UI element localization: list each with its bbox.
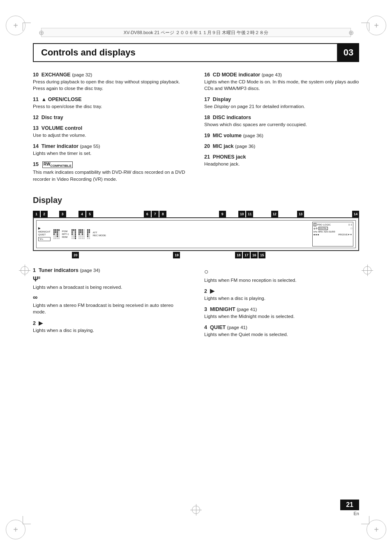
psi-body: Lights when a broadcast is being receive…	[33, 284, 188, 290]
num-group-18-15: 18 17 16 15	[235, 252, 265, 258]
diag-play-arrow: ▶	[38, 227, 51, 230]
item-19-title: 19 MIC volume (page 36)	[204, 133, 359, 138]
item-20-title: 20 MIC jack (page 36)	[204, 143, 359, 149]
page-header: Controls and displays 03	[33, 43, 359, 62]
right-crosshair	[363, 266, 371, 274]
diag-att: ATT	[93, 231, 106, 234]
num-badge-1: 1	[33, 211, 40, 217]
crop-mark-tl	[23, 23, 31, 31]
num-badge-17: 17	[243, 252, 250, 258]
num-badge-20: 20	[72, 252, 79, 258]
left-column: 10 EXCHANGE (page 32) Press during playb…	[33, 72, 188, 187]
header-title-box: Controls and displays	[33, 43, 338, 62]
num-badge-13: 13	[297, 211, 304, 217]
diag-left-indicators: ▶ MIDNIGHT QUIET Ψ∞	[38, 227, 51, 241]
item-14-body: Lights when the timer is set.	[33, 150, 188, 157]
diag-rec-mode: REC MODE	[93, 234, 106, 237]
sub-right: ○ Lights when FM mono reception is selec…	[204, 267, 359, 343]
diag-speaker-icon: ≡	[348, 223, 350, 226]
num-group-19: 19	[173, 252, 180, 258]
sub-fm-mono: ○ Lights when FM mono reception is selec…	[204, 267, 359, 283]
diag-seg	[53, 229, 55, 231]
items-two-col: 10 EXCHANGE (page 32) Press during playb…	[33, 72, 359, 187]
diag-seg-col-3	[57, 229, 58, 239]
sub-item-4: 4 QUIET (page 41) Lights when the Quiet …	[204, 325, 359, 338]
diag-arrows: ▼▼	[348, 233, 352, 236]
infinity-body: Lights when a stereo FM broadcast is bei…	[33, 302, 188, 315]
num-badge-10: 10	[238, 211, 245, 217]
crop-mark-tr	[361, 23, 369, 31]
num-group-13: 13	[297, 211, 304, 217]
sub-item-2: 2 ▶ Lights when a disc is playing.	[33, 320, 188, 334]
diag-seg-col-2	[55, 229, 56, 239]
diag-seg	[53, 233, 55, 235]
item-18: 18 DISC indicators Shows which disc spac…	[204, 115, 359, 128]
num-badge-8: 8	[159, 211, 166, 217]
sub-3-title: 3 MIDNIGHT (page 41)	[204, 306, 359, 312]
sub-2b-body: Lights when a disc is playing.	[204, 295, 359, 302]
sub-3-body: Lights when the Midnight mode is selecte…	[204, 313, 359, 320]
diag-seg	[55, 233, 56, 235]
diag-seg	[58, 231, 60, 233]
diag-prgsve: PRGSVE	[338, 233, 348, 236]
sub-item-3: 3 MIDNIGHT (page 41) Lights when the Mid…	[204, 306, 359, 320]
bottom-center-mark	[192, 506, 200, 514]
num-badge-2: 2	[41, 211, 48, 217]
item-20: 20 MIC jack (page 36)	[204, 143, 359, 149]
diag-seg	[57, 231, 58, 233]
diag-seg-group-2	[71, 229, 76, 239]
diag-prgsve-row: ■ ■ ■ PRGSVE ▼▼	[314, 233, 352, 236]
sub-items-area: 1 Tuner indicators (page 34) ΨII Lights …	[33, 267, 359, 343]
sub-2-title: 2 ▶	[33, 320, 188, 326]
corner-mark-br	[367, 520, 386, 539]
diag-seg	[58, 229, 60, 231]
num-badge-12: 12	[271, 211, 278, 217]
item-11-title: 11 ▲ OPEN/CLOSE	[33, 97, 188, 102]
item-11-body: Press to open/close the disc tray.	[33, 103, 188, 110]
diag-pro-logic: PRO LOGIC	[317, 223, 331, 226]
item-17-body: See Display on page 21 for detailed info…	[204, 103, 359, 110]
item-15-body: This mark indicates compatibility with D…	[33, 169, 188, 182]
item-12: 12 Disc tray	[33, 115, 188, 120]
sub-item-3-wrap: 2 ▶ Lights when a disc is playing.	[204, 288, 359, 302]
diag-seg	[57, 235, 58, 237]
diag-seg	[58, 237, 60, 239]
item-13: 13 VOLUME control Use to adjust the volu…	[33, 125, 188, 138]
item-16: 16 CD MODE indicator (page 43) Lights wh…	[204, 72, 359, 92]
num-group-9: 9	[219, 211, 226, 217]
diag-khz: kHz	[314, 230, 317, 233]
right-column: 16 CD MODE indicator (page 43) Lights wh…	[204, 72, 359, 187]
num-badge-14: 14	[352, 211, 359, 217]
diag-dots: ■ ■ ■	[314, 233, 319, 236]
sub-1-title: 1 Tuner indicators (page 34)	[33, 267, 188, 273]
num-badge-6: 6	[144, 211, 151, 217]
diag-seg-group-1	[53, 229, 60, 239]
item-13-title: 13 VOLUME control	[33, 125, 188, 131]
crop-mark-bl	[23, 516, 31, 524]
meta-bar-text: XV-DV88.book 21 ページ ２００６年１１月９日 木曜日 午後２時２…	[124, 30, 269, 36]
diag-pgm-labels: PGM RPT-1 RDM	[62, 230, 69, 238]
fm-mono-body: Lights when FM mono reception is selecte…	[204, 277, 359, 283]
sub-4-body: Lights when the Quiet mode is selected.	[204, 331, 359, 338]
play-arrow-label: ▶	[210, 288, 214, 294]
item-10-body: Press during playback to open the disc t…	[33, 78, 188, 92]
diag-seg	[58, 233, 60, 235]
item-11: 11 ▲ OPEN/CLOSE Press to open/close the …	[33, 97, 188, 110]
item-10-title: 10 EXCHANGE (page 32)	[33, 72, 188, 78]
diag-att-labels: ATT REC MODE	[93, 231, 106, 237]
crop-mark-br	[361, 516, 369, 524]
diag-pgm: PGM	[62, 230, 69, 233]
fm-mono-circle: ○	[204, 267, 359, 276]
diag-circle-d: ◎	[314, 227, 315, 230]
diag-seg-group-4	[87, 229, 90, 239]
diag-pro-logic-row: 1 PRO LOGIC ≡ ≡	[314, 223, 352, 226]
diag-seg	[53, 237, 55, 239]
item-21-title: 21 PHONES jack	[204, 154, 359, 160]
sub-4-title: 4 QUIET (page 41)	[204, 325, 359, 330]
diag-right-box: 1 PRO LOGIC ≡ ≡ ◎ D DIGITAL □ kHz	[312, 222, 353, 246]
item-17-title: 17 Display	[204, 97, 359, 102]
num-badge-18: 18	[235, 252, 242, 258]
diag-seg	[55, 235, 56, 237]
diag-digital-row: ◎ D DIGITAL □	[314, 227, 352, 230]
sub-2b-title: 2 ▶	[204, 288, 359, 294]
